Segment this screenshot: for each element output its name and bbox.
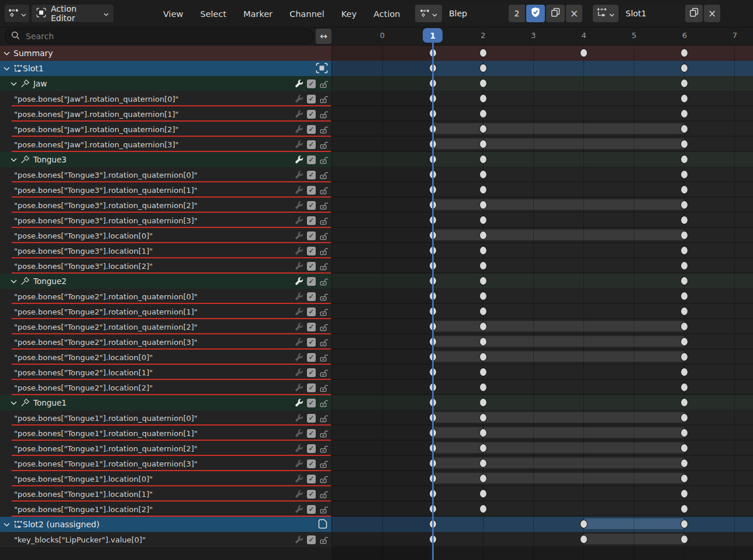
enable-checkbox[interactable]: ✓ [307,505,316,514]
channel-entry[interactable]: "pose.bones["Tongue3"].rotation_quaterni… [0,167,332,182]
modifier-wrench-icon[interactable] [295,110,303,119]
channel-entry[interactable]: "pose.bones["Tongue1"].rotation_quaterni… [0,456,332,471]
fake-user-shield-button[interactable] [526,5,545,22]
modifier-wrench-icon[interactable] [295,368,303,377]
editor-mode-select[interactable]: Action Editor [32,5,113,22]
keyframe-dot[interactable] [681,231,688,240]
channel-entry[interactable]: "pose.bones["Tongue1"].rotation_quaterni… [0,410,332,426]
unlock-icon[interactable] [319,459,329,468]
keyframe-dot[interactable] [479,261,487,270]
modifier-wrench-icon[interactable] [295,444,303,453]
modifier-wrench-icon[interactable] [295,383,303,392]
expand-chevron-icon[interactable] [11,158,17,162]
keyframe-dot[interactable] [681,125,688,133]
modifier-wrench-icon[interactable] [295,201,303,210]
channel-entry[interactable]: Slot2 (unassigned) [0,517,332,532]
enable-checkbox[interactable]: ✓ [307,459,316,468]
enable-checkbox[interactable]: ✓ [307,277,316,286]
modifier-wrench-icon[interactable] [295,186,303,195]
filter-expand-button[interactable]: ↔ [316,29,331,44]
modifier-wrench-icon[interactable] [295,307,303,316]
keyframe-dot[interactable] [479,398,487,407]
modifier-wrench-icon[interactable] [295,505,303,514]
modifier-wrench-icon[interactable] [295,95,303,103]
expand-chevron-icon[interactable] [11,82,17,86]
unlock-icon[interactable] [319,247,329,255]
keyframe-track[interactable] [332,456,753,471]
modifier-wrench-icon[interactable] [295,277,303,286]
channel-entry[interactable]: "pose.bones["Tongue3"].rotation_quaterni… [0,198,332,213]
enable-checkbox[interactable]: ✓ [307,429,316,438]
keyframe-dot[interactable] [479,201,487,209]
keyframe-dot[interactable] [479,474,487,483]
unlock-icon[interactable] [319,155,329,164]
keyframe-track[interactable] [332,426,753,441]
channel-entry[interactable]: "pose.bones["Tongue2"].rotation_quaterni… [0,334,332,350]
keyframe-track[interactable] [332,243,753,258]
modifier-wrench-icon[interactable] [295,459,303,468]
enable-checkbox[interactable]: ✓ [307,216,316,225]
slot-name-field[interactable]: Slot1 [620,5,685,22]
keyframe-track[interactable] [332,319,753,334]
channel-entry[interactable]: "pose.bones["Tongue2"].location[1]"✓ [0,365,332,380]
keyframe-track[interactable] [332,46,753,61]
keyframe-track[interactable] [332,61,753,76]
keyframe-dot[interactable] [479,125,487,133]
modifier-wrench-icon[interactable] [295,475,303,483]
channel-entry[interactable]: Tongue2✓ [0,274,332,289]
enable-checkbox[interactable]: ✓ [307,171,316,179]
keyframe-dot[interactable] [580,49,588,57]
keyframe-dot[interactable] [479,216,487,224]
keyframe-dot[interactable] [681,535,688,544]
keyframe-dot[interactable] [479,292,487,300]
keyframe-dot[interactable] [681,276,688,285]
keyframe-dot[interactable] [681,459,688,468]
current-frame-badge[interactable]: 1 [423,28,443,43]
enable-checkbox[interactable]: ✓ [307,247,316,255]
keyframe-dot[interactable] [681,261,688,270]
keyframe-dot[interactable] [479,140,487,148]
keyframe-dot[interactable] [681,383,688,392]
modifier-wrench-icon[interactable] [295,429,303,438]
unlock-icon[interactable] [319,216,329,225]
expand-chevron-icon[interactable] [4,51,10,56]
enable-checkbox[interactable]: ✓ [307,353,316,362]
keyframe-track[interactable] [332,502,753,517]
unlock-icon[interactable] [319,368,329,377]
editor-type-button[interactable] [5,5,29,22]
expand-chevron-icon[interactable] [11,401,17,405]
modifier-wrench-icon[interactable] [295,155,303,164]
unlock-icon[interactable] [319,307,329,316]
channel-entry[interactable]: "pose.bones["Tongue3"].location[0]"✓ [0,228,332,243]
keyframe-dot[interactable] [681,489,688,498]
channel-entry[interactable]: "pose.bones["Tongue2"].rotation_quaterni… [0,289,332,304]
keyframe-dot[interactable] [681,246,688,255]
unlock-icon[interactable] [319,201,329,210]
modifier-wrench-icon[interactable] [295,399,303,407]
enable-checkbox[interactable]: ✓ [307,110,316,119]
channel-entry[interactable]: Jaw✓ [0,76,332,91]
keyframe-dot[interactable] [681,79,688,88]
modifier-wrench-icon[interactable] [295,323,303,331]
channel-entry[interactable]: "pose.bones["Tongue2"].rotation_quaterni… [0,304,332,319]
keyframe-track[interactable] [332,213,753,228]
keyframe-track[interactable] [332,228,753,243]
unlock-icon[interactable] [319,231,329,240]
modifier-wrench-icon[interactable] [295,231,303,240]
menu-action[interactable]: Action [372,7,401,21]
keyframe-dot[interactable] [681,185,688,194]
action-name-field[interactable]: Blep [443,5,509,22]
unlock-icon[interactable] [319,505,329,514]
enable-checkbox[interactable]: ✓ [307,231,316,240]
channel-entry[interactable]: "pose.bones["Tongue3"].rotation_quaterni… [0,213,332,228]
duplicate-action-button[interactable] [546,5,565,22]
unlink-slot-button[interactable]: × [704,5,720,22]
channel-entry[interactable]: "pose.bones["Jaw"].rotation_quaternion[3… [0,137,332,152]
modifier-wrench-icon[interactable] [295,79,303,88]
unlock-icon[interactable] [319,95,329,103]
menu-marker[interactable]: Marker [242,7,274,21]
keyframe-dot[interactable] [479,185,487,194]
unlock-icon[interactable] [319,277,329,286]
keyframe-track[interactable] [332,198,753,213]
keyframe-dot[interactable] [681,428,688,437]
